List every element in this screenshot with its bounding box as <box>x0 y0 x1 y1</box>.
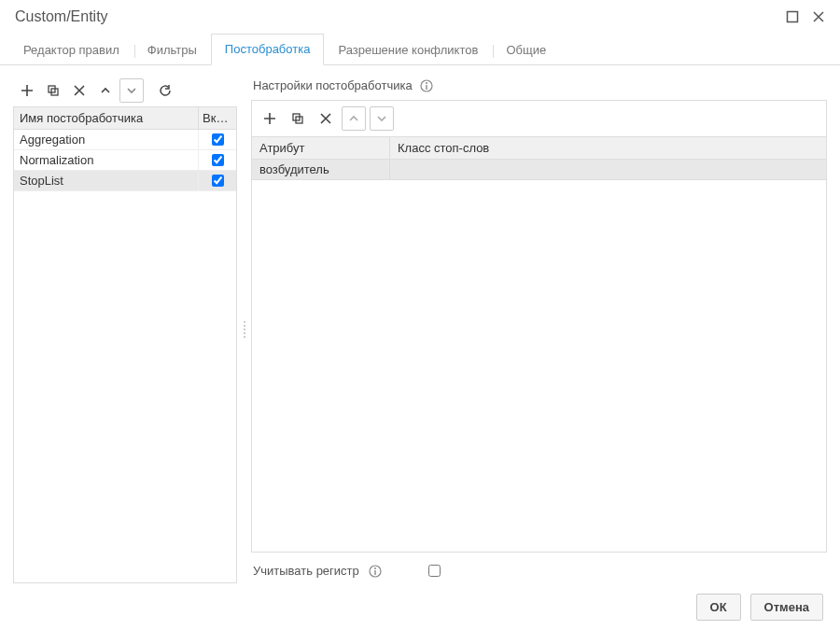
svg-rect-10 <box>374 570 375 575</box>
tab-general[interactable]: Общие <box>492 35 560 65</box>
attr-move-down-button[interactable] <box>370 106 394 131</box>
row-name: Aggregation <box>14 130 199 150</box>
tab-filters[interactable]: Фильтры <box>133 35 211 65</box>
left-toolbar <box>13 75 237 106</box>
attr-duplicate-button[interactable] <box>286 106 310 131</box>
info-icon[interactable] <box>420 79 433 92</box>
row-enabled-checkbox[interactable] <box>212 175 224 187</box>
svg-point-9 <box>374 567 376 569</box>
attributes-table: Атрибут Класс стоп-слов возбудитель <box>252 136 826 552</box>
col-header-enabled[interactable]: Вкл… <box>199 107 236 130</box>
svg-rect-5 <box>426 85 427 90</box>
window-title: Custom/Entity <box>15 8 108 25</box>
table-row[interactable]: Normalization <box>14 150 236 171</box>
attr-move-up-button[interactable] <box>342 106 366 131</box>
tab-bar: Редактор правил Фильтры Постобработка Ра… <box>0 34 840 65</box>
refresh-button[interactable] <box>153 78 177 103</box>
maximize-icon[interactable] <box>786 10 799 23</box>
row-name: Normalization <box>14 150 199 171</box>
right-toolbar <box>252 101 826 136</box>
move-down-button[interactable] <box>119 78 144 103</box>
row-name: StopList <box>14 171 199 191</box>
tab-postprocessing[interactable]: Постобработка <box>211 34 325 65</box>
postprocessors-table: Имя постобработчика Вкл… Aggregation Nor… <box>13 106 237 583</box>
info-icon[interactable] <box>369 565 382 578</box>
row-enabled-checkbox[interactable] <box>212 154 224 166</box>
attr-delete-button[interactable] <box>314 106 338 131</box>
col-header-name[interactable]: Имя постобработчика <box>14 107 199 130</box>
settings-title: Настройки постобработчика <box>253 78 413 92</box>
attr-col-header-attribute[interactable]: Атрибут <box>252 137 390 159</box>
delete-button[interactable] <box>67 78 91 103</box>
case-sensitive-label: Учитывать регистр <box>253 564 359 578</box>
close-icon[interactable] <box>812 10 825 23</box>
table-row[interactable]: Aggregation <box>14 130 236 150</box>
tab-rules-editor[interactable]: Редактор правил <box>9 35 133 65</box>
attr-cell-class <box>390 160 826 179</box>
svg-point-4 <box>426 82 427 84</box>
duplicate-button[interactable] <box>41 78 65 103</box>
attr-row[interactable]: возбудитель <box>252 160 826 180</box>
tab-conflicts[interactable]: Разрешение конфликтов <box>324 35 492 65</box>
attr-add-button[interactable] <box>258 106 282 131</box>
case-sensitive-checkbox[interactable] <box>428 565 441 577</box>
attr-col-header-class[interactable]: Класс стоп-слов <box>390 137 826 159</box>
table-row[interactable]: StopList <box>14 171 236 191</box>
cancel-button[interactable]: Отмена <box>750 594 823 621</box>
move-up-button[interactable] <box>93 78 118 103</box>
attr-cell-attribute: возбудитель <box>252 160 390 179</box>
splitter[interactable] <box>241 75 247 583</box>
row-enabled-checkbox[interactable] <box>212 133 224 146</box>
svg-rect-0 <box>788 12 798 22</box>
add-button[interactable] <box>15 78 39 103</box>
ok-button[interactable]: ОК <box>696 594 741 621</box>
